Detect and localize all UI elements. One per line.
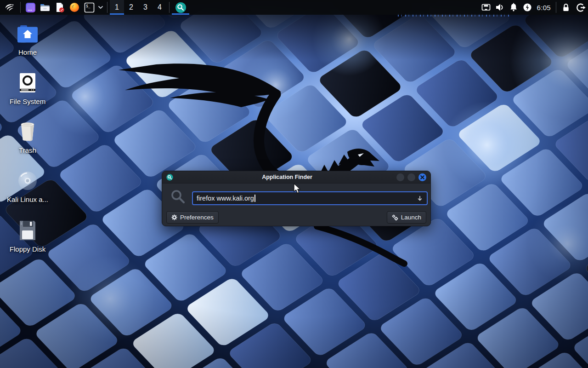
close-button[interactable] [418, 173, 426, 181]
desktop-icon-home[interactable]: Home [4, 25, 51, 56]
optical-disc-icon [17, 171, 38, 191]
chevron-down-icon [98, 5, 103, 10]
bell-icon [508, 2, 519, 13]
desktop-icon-floppy-disk[interactable]: Floppy Disk [4, 220, 51, 253]
panel-separator [20, 2, 21, 13]
run-gears-icon [392, 214, 398, 221]
preferences-button[interactable]: Preferences [166, 211, 219, 224]
application-finder-magnifier-icon [175, 2, 187, 13]
lock-screen-button[interactable] [559, 0, 573, 15]
kali-desktop: $_ 1 2 3 4 [0, 0, 588, 368]
desktop-icon-label: Home [18, 48, 37, 56]
volume-tray-button[interactable] [493, 0, 507, 15]
text-editor-icon [54, 2, 65, 13]
workspace-1[interactable]: 1 [110, 0, 124, 15]
file-manager-icon [40, 2, 51, 13]
launch-button[interactable]: Launch [387, 211, 426, 224]
terminal-launcher-dropdown[interactable] [96, 0, 105, 15]
terminal-glyph: $_ [86, 4, 90, 8]
launcher-file-manager[interactable] [38, 0, 52, 15]
workspace-1-label: 1 [115, 3, 119, 12]
search-input[interactable]: firefox www.kali.org [192, 191, 428, 205]
kali-logo-icon [4, 2, 15, 13]
log-out-button[interactable] [573, 0, 588, 15]
clock[interactable]: 6:05 [534, 0, 554, 15]
desktop-icon-trash[interactable]: Trash [4, 121, 51, 154]
workspace-4[interactable]: 4 [153, 0, 167, 15]
search-input-value: firefox www.kali.org [197, 195, 254, 202]
network-icon [481, 2, 492, 13]
close-icon [420, 175, 424, 179]
launcher-apps-window[interactable] [23, 0, 38, 15]
workspace-4-label: 4 [158, 3, 162, 12]
titlebar[interactable]: Application Finder [162, 171, 430, 184]
top-panel: $_ 1 2 3 4 [0, 0, 588, 15]
desktop-icon-label: File System [10, 98, 45, 105]
launcher-firefox[interactable] [67, 0, 82, 15]
notifications-tray-button[interactable] [507, 0, 520, 15]
application-finder-window: Application Finder firefox www.kali.org [162, 171, 431, 226]
desktop-icon-file-system[interactable]: File System [4, 73, 51, 105]
firefox-icon [69, 2, 80, 13]
trash-can-icon [17, 121, 38, 142]
button-row: Preferences [162, 211, 430, 224]
workspace-2-label: 2 [129, 3, 133, 12]
volume-icon [494, 2, 505, 13]
desktop-icon-label: Trash [19, 146, 36, 154]
preferences-label: Preferences [180, 214, 214, 221]
search-icon [170, 189, 186, 206]
home-folder-icon [17, 25, 38, 44]
launcher-terminal[interactable]: $_ [82, 0, 96, 15]
lock-icon [561, 2, 571, 12]
workspace-3-label: 3 [143, 3, 147, 12]
desktop-icon-kali-linux-disc[interactable]: Kali Linux a... [4, 171, 51, 203]
application-finder-window-icon [166, 174, 173, 181]
mouse-cursor [293, 183, 301, 194]
panel-separator [107, 2, 107, 13]
maximize-button[interactable] [407, 173, 415, 181]
power-manager-icon [522, 2, 533, 13]
down-arrow-icon[interactable] [417, 195, 423, 201]
apps-window-icon [25, 2, 36, 13]
kali-menu-button[interactable] [1, 1, 17, 14]
taskbar-application-finder[interactable] [172, 0, 189, 15]
log-out-icon [576, 2, 586, 13]
terminal-icon: $_ [84, 2, 95, 13]
network-tray-button[interactable] [479, 0, 493, 15]
desktop-icon-label: Floppy Disk [10, 245, 45, 253]
floppy-disk-icon [18, 220, 37, 241]
minimize-button[interactable] [396, 173, 404, 181]
launcher-text-editor[interactable] [52, 0, 67, 15]
panel-separator [556, 2, 556, 13]
text-caret [254, 195, 255, 202]
launch-label: Launch [401, 214, 421, 221]
desktop-icon-label: Kali Linux a... [7, 196, 48, 203]
gear-icon [171, 214, 177, 220]
hard-drive-icon [18, 73, 37, 93]
power-manager-tray-button[interactable] [520, 0, 534, 15]
panel-separator [169, 2, 170, 13]
workspace-2[interactable]: 2 [124, 0, 138, 15]
window-title: Application Finder [178, 174, 396, 180]
workspace-3[interactable]: 3 [138, 0, 153, 15]
